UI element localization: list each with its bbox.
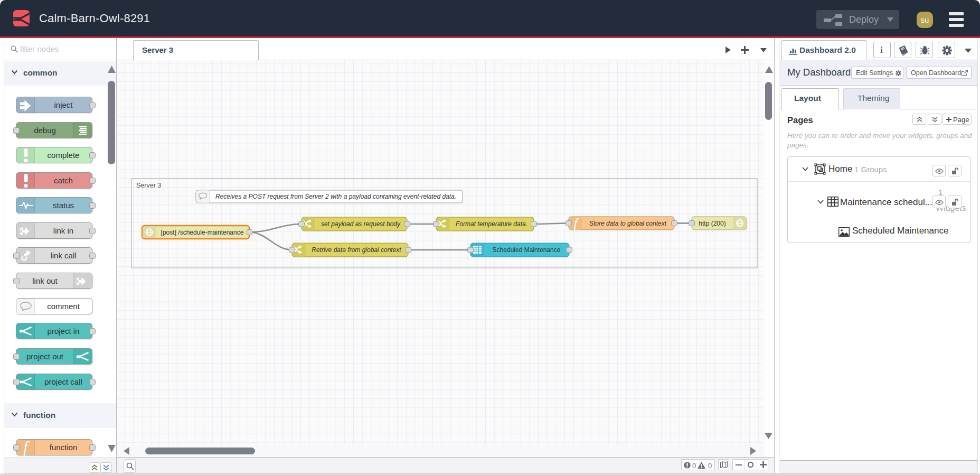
svg-text:Server 3: Server 3: [136, 182, 161, 189]
svg-text:Receives a POST request from S: Receives a POST request from Server 2 wi…: [215, 193, 456, 200]
svg-text:Retrive data from global conte: Retrive data from global context: [312, 246, 401, 254]
svg-text:http (200): http (200): [699, 220, 725, 227]
svg-text:Store data to global context: Store data to global context: [589, 220, 667, 227]
svg-text:set payload as request body: set payload as request body: [321, 220, 401, 228]
svg-text:Scheduled Maintenance: Scheduled Maintenance: [493, 246, 561, 254]
svg-text:[post] /schedule-maintenance: [post] /schedule-maintenance: [161, 229, 244, 236]
svg-text:Format temperature data.: Format temperature data.: [456, 220, 527, 228]
